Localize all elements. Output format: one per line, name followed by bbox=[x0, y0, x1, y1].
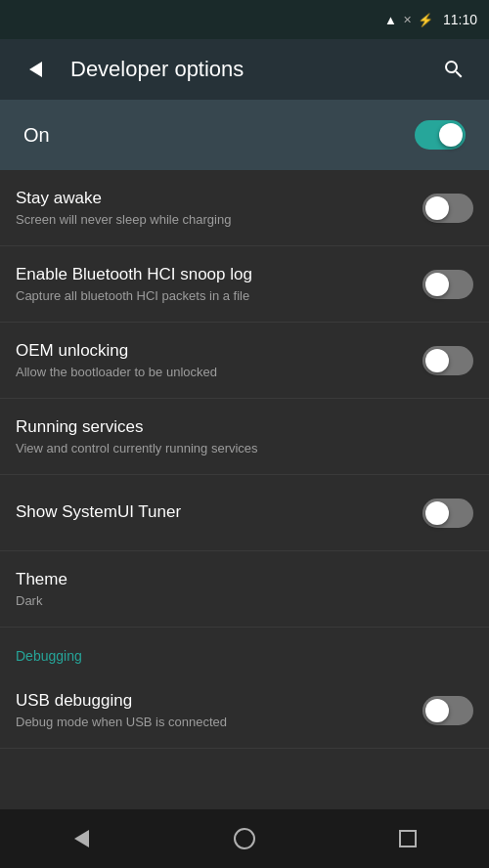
developer-options-toggle-row[interactable]: On bbox=[0, 100, 489, 170]
oem-unlocking-item[interactable]: OEM unlocking Allow the bootloader to be… bbox=[0, 323, 489, 399]
bluetooth-hci-content: Enable Bluetooth HCI snoop log Capture a… bbox=[16, 264, 422, 305]
toggle-thumb bbox=[425, 273, 449, 296]
search-icon bbox=[442, 58, 466, 81]
nav-home-button[interactable] bbox=[215, 819, 274, 858]
nav-recent-icon bbox=[399, 830, 417, 847]
theme-subtitle: Dark bbox=[16, 593, 458, 610]
toggle-thumb bbox=[425, 349, 449, 372]
battery-charging-icon: ⚡ bbox=[418, 13, 433, 27]
search-button[interactable] bbox=[434, 50, 473, 89]
theme-item[interactable]: Theme Dark bbox=[0, 551, 489, 628]
oem-unlocking-content: OEM unlocking Allow the bootloader to be… bbox=[16, 340, 422, 381]
running-services-title: Running services bbox=[16, 416, 458, 438]
systemui-tuner-toggle[interactable] bbox=[422, 499, 473, 528]
theme-title: Theme bbox=[16, 569, 458, 590]
nav-home-icon bbox=[234, 828, 255, 849]
systemui-tuner-title: Show SystemUI Tuner bbox=[16, 501, 407, 523]
status-time: 11:10 bbox=[443, 12, 477, 27]
toggle-thumb bbox=[425, 196, 449, 220]
nav-recent-button[interactable] bbox=[378, 819, 437, 858]
usb-debugging-content: USB debugging Debug mode when USB is con… bbox=[16, 690, 422, 731]
status-icons: ▲ ✕ ⚡ 11:10 bbox=[384, 12, 477, 27]
bluetooth-hci-subtitle: Capture all bluetooth HCI packets in a f… bbox=[16, 288, 407, 305]
on-off-label: On bbox=[23, 124, 50, 147]
bluetooth-hci-title: Enable Bluetooth HCI snoop log bbox=[16, 264, 407, 285]
running-services-content: Running services View and control curren… bbox=[16, 416, 473, 457]
usb-debugging-item[interactable]: USB debugging Debug mode when USB is con… bbox=[0, 673, 489, 749]
oem-unlocking-title: OEM unlocking bbox=[16, 340, 407, 362]
bluetooth-hci-toggle[interactable] bbox=[422, 270, 473, 299]
settings-list: Stay awake Screen will never sleep while… bbox=[0, 170, 489, 749]
nav-back-button[interactable] bbox=[52, 819, 111, 858]
oem-unlocking-subtitle: Allow the bootloader to be unlocked bbox=[16, 365, 407, 381]
stay-awake-toggle[interactable] bbox=[422, 194, 473, 223]
oem-unlocking-toggle[interactable] bbox=[422, 346, 473, 375]
toggle-thumb bbox=[425, 501, 449, 525]
signal-icon: ▲ bbox=[384, 13, 397, 27]
toggle-thumb bbox=[439, 123, 463, 147]
back-button[interactable] bbox=[16, 50, 55, 89]
page-title: Developer options bbox=[70, 57, 434, 82]
systemui-tuner-content: Show SystemUI Tuner bbox=[16, 501, 422, 523]
usb-debugging-toggle[interactable] bbox=[422, 696, 473, 725]
systemui-tuner-item[interactable]: Show SystemUI Tuner bbox=[0, 475, 489, 551]
status-bar: ▲ ✕ ⚡ 11:10 bbox=[0, 0, 489, 39]
running-services-item[interactable]: Running services View and control curren… bbox=[0, 399, 489, 475]
stay-awake-title: Stay awake bbox=[16, 188, 407, 209]
stay-awake-subtitle: Screen will never sleep while charging bbox=[16, 212, 407, 229]
wifi-off-icon: ✕ bbox=[403, 14, 412, 26]
nav-back-icon bbox=[74, 830, 89, 847]
debugging-section-header: Debugging bbox=[0, 628, 489, 673]
debugging-label: Debugging bbox=[16, 648, 82, 664]
usb-debugging-title: USB debugging bbox=[16, 690, 407, 712]
app-bar: Developer options bbox=[0, 39, 489, 100]
bluetooth-hci-item[interactable]: Enable Bluetooth HCI snoop log Capture a… bbox=[0, 246, 489, 323]
toggle-thumb bbox=[425, 699, 449, 722]
back-arrow-icon bbox=[29, 62, 42, 77]
usb-debugging-subtitle: Debug mode when USB is connected bbox=[16, 715, 407, 731]
theme-content: Theme Dark bbox=[16, 569, 473, 610]
bottom-nav bbox=[0, 809, 489, 868]
stay-awake-item[interactable]: Stay awake Screen will never sleep while… bbox=[0, 170, 489, 246]
stay-awake-content: Stay awake Screen will never sleep while… bbox=[16, 188, 422, 229]
developer-options-toggle[interactable] bbox=[415, 120, 466, 150]
running-services-subtitle: View and control currently running servi… bbox=[16, 441, 458, 457]
